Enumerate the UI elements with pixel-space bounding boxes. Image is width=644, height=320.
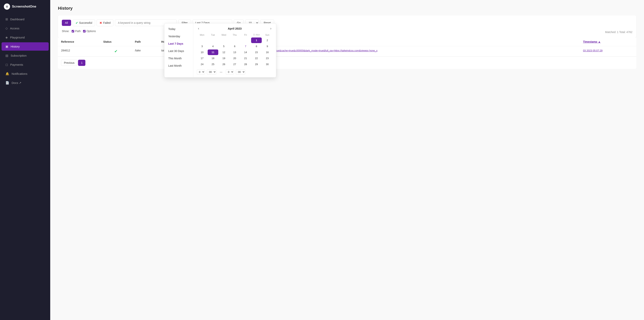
cal-day-14[interactable]: 14 bbox=[240, 50, 251, 55]
sidebar-item-label: Notifications bbox=[12, 72, 28, 75]
day-header-sat: 11 days bbox=[251, 33, 262, 37]
cal-day-2[interactable]: 2 bbox=[262, 38, 272, 43]
col-reference: Reference bbox=[58, 38, 100, 46]
cal-empty bbox=[230, 38, 240, 43]
success-dot-icon: ✔ bbox=[76, 21, 78, 25]
app-logo[interactable]: ⊙ ScreenshotOne bbox=[0, 0, 50, 13]
cal-day-8[interactable]: 8 bbox=[251, 44, 262, 49]
cal-day-20[interactable]: 20 bbox=[230, 56, 240, 61]
range-yesterday[interactable]: Yesterday bbox=[164, 33, 193, 40]
sidebar-item-label: Playground bbox=[10, 36, 25, 39]
show-path-checkbox[interactable] bbox=[72, 30, 74, 32]
sidebar-item-label: Docs ↗ bbox=[12, 81, 22, 85]
cal-day-12[interactable]: 12 bbox=[219, 50, 229, 55]
sidebar-item-label: Access bbox=[10, 27, 19, 30]
cell-timestamp: 03 2023 05:07:29 bbox=[580, 46, 636, 56]
day-header-thu: Thu bbox=[230, 33, 240, 37]
time-separator: — bbox=[220, 70, 222, 74]
range-last7[interactable]: Last 7 Days bbox=[164, 40, 193, 47]
successful-button[interactable]: ✔ Successful bbox=[73, 20, 95, 26]
sidebar-item-subscription[interactable]: ▤ Subscription bbox=[2, 52, 49, 60]
quick-ranges: Today Yesterday Last 7 Days Last 30 Days… bbox=[164, 24, 193, 77]
time-to-hour[interactable]: 012 bbox=[226, 69, 234, 74]
successful-label: Successful bbox=[79, 21, 92, 24]
day-header-wed: Wed bbox=[219, 33, 229, 37]
sidebar-item-label: Dashboard bbox=[10, 18, 24, 21]
sidebar-item-label: History bbox=[10, 45, 20, 48]
cal-day-11[interactable]: 11 bbox=[208, 50, 218, 55]
cal-day-21[interactable]: 21 bbox=[240, 56, 251, 61]
sidebar-item-dashboard[interactable]: ⊞ Dashboard bbox=[2, 15, 49, 24]
table-row: 284612 ✔ /take tailwindcss.com block_ads… bbox=[58, 46, 636, 56]
cal-day-25[interactable]: 25 bbox=[208, 62, 218, 67]
failed-dot-icon: ✖ bbox=[100, 21, 102, 25]
cal-day-9[interactable]: 9 bbox=[262, 44, 272, 49]
cal-day-13[interactable]: 13 bbox=[230, 50, 240, 55]
range-last-month[interactable]: Last Month bbox=[164, 62, 193, 69]
range-last30[interactable]: Last 30 Days bbox=[164, 47, 193, 55]
previous-button[interactable]: Previous bbox=[61, 60, 77, 66]
cal-day-7[interactable]: 7 bbox=[240, 44, 251, 49]
day-header-tue: Tue bbox=[208, 33, 218, 37]
cal-day-18[interactable]: 18 bbox=[208, 56, 218, 61]
history-icon: ▣ bbox=[6, 45, 8, 48]
col-status: Status bbox=[100, 38, 132, 46]
filter-row: All ✔ Successful ✖ Failed Filter Go 10 2… bbox=[62, 19, 632, 26]
subscription-icon: ▤ bbox=[6, 54, 8, 58]
table-header-row: Reference Status Path Host Options Times… bbox=[58, 38, 636, 46]
sidebar-item-notifications[interactable]: 🔔 Notifications bbox=[2, 70, 49, 78]
cal-day-28[interactable]: 28 bbox=[240, 62, 251, 67]
all-button[interactable]: All bbox=[62, 20, 71, 26]
date-dropdown-panel: Today Yesterday Last 7 Days Last 30 Days… bbox=[164, 23, 276, 78]
cal-day-30[interactable]: 30 bbox=[262, 62, 272, 67]
sidebar-item-playground[interactable]: ◈ Playground bbox=[2, 33, 49, 42]
cal-day-15[interactable]: 15 bbox=[251, 50, 262, 55]
cell-path: /take bbox=[132, 46, 158, 56]
cal-day-24[interactable]: 24 bbox=[197, 62, 207, 67]
cal-day-16[interactable]: 16 bbox=[262, 50, 272, 55]
calendar-next-button[interactable]: › bbox=[269, 26, 272, 31]
cal-day-27[interactable]: 27 bbox=[230, 62, 240, 67]
cal-day-6[interactable]: 6 bbox=[230, 44, 240, 49]
time-from-hour[interactable]: 012 bbox=[197, 69, 205, 74]
cal-day-17[interactable]: 17 bbox=[197, 56, 207, 61]
calendar-section: ‹ April 2023 › Mon Tue Wed Thu Fri 11 da… bbox=[193, 24, 276, 77]
calendar-title: April 2023 bbox=[228, 27, 242, 30]
calendar-prev-button[interactable]: ‹ bbox=[197, 26, 200, 31]
sidebar-item-payments[interactable]: ◻ Payments bbox=[2, 60, 49, 69]
cal-day-4[interactable]: 4 bbox=[208, 44, 218, 49]
docs-icon: 📄 bbox=[6, 81, 9, 85]
cell-status: ✔ bbox=[100, 46, 132, 56]
cal-day-22[interactable]: 22 bbox=[251, 56, 262, 61]
cal-day-10[interactable]: 10 bbox=[197, 50, 207, 55]
day-header-mon: Mon bbox=[197, 33, 207, 37]
timestamp-link[interactable]: 03 2023 05:07:29 bbox=[583, 49, 602, 52]
cal-day-1[interactable]: 1 bbox=[251, 38, 262, 43]
time-row: 012 00153045 — 012 00153045 bbox=[197, 69, 272, 74]
history-table-container: Reference Status Path Host Options Times… bbox=[58, 38, 636, 69]
col-timestamp: Timestamp ▲ bbox=[580, 38, 636, 46]
sidebar-item-access[interactable]: ◇ Access bbox=[2, 24, 49, 32]
range-today[interactable]: Today bbox=[164, 25, 193, 33]
cal-day-26[interactable]: 26 bbox=[219, 62, 229, 67]
cal-day-23[interactable]: 23 bbox=[262, 56, 272, 61]
failed-button[interactable]: ✖ Failed bbox=[96, 20, 114, 26]
cal-day-29[interactable]: 29 bbox=[251, 62, 262, 67]
sidebar-item-history[interactable]: ▣ History bbox=[2, 42, 49, 51]
cal-day-19[interactable]: 19 bbox=[219, 56, 229, 61]
show-options-checkbox[interactable] bbox=[83, 30, 86, 32]
cal-day-3[interactable]: 3 bbox=[197, 44, 207, 49]
cal-day-5[interactable]: 5 bbox=[219, 44, 229, 49]
time-from-min[interactable]: 00153045 bbox=[207, 69, 216, 74]
cal-empty bbox=[240, 38, 251, 43]
show-options-label[interactable]: Options bbox=[83, 30, 96, 33]
sidebar: ⊙ ScreenshotOne ⊞ Dashboard ◇ Access ◈ P… bbox=[0, 0, 50, 320]
show-path-label[interactable]: Path bbox=[72, 30, 81, 33]
page-1-button[interactable]: 1 bbox=[78, 60, 86, 66]
time-to-min[interactable]: 00153045 bbox=[236, 69, 245, 74]
sidebar-item-docs[interactable]: 📄 Docs ↗ bbox=[2, 79, 49, 87]
payments-icon: ◻ bbox=[6, 63, 8, 66]
main-content: History All ✔ Successful ✖ Failed Filter… bbox=[50, 0, 644, 320]
range-this-month[interactable]: This Month bbox=[164, 55, 193, 62]
logo-icon: ⊙ bbox=[4, 4, 10, 10]
